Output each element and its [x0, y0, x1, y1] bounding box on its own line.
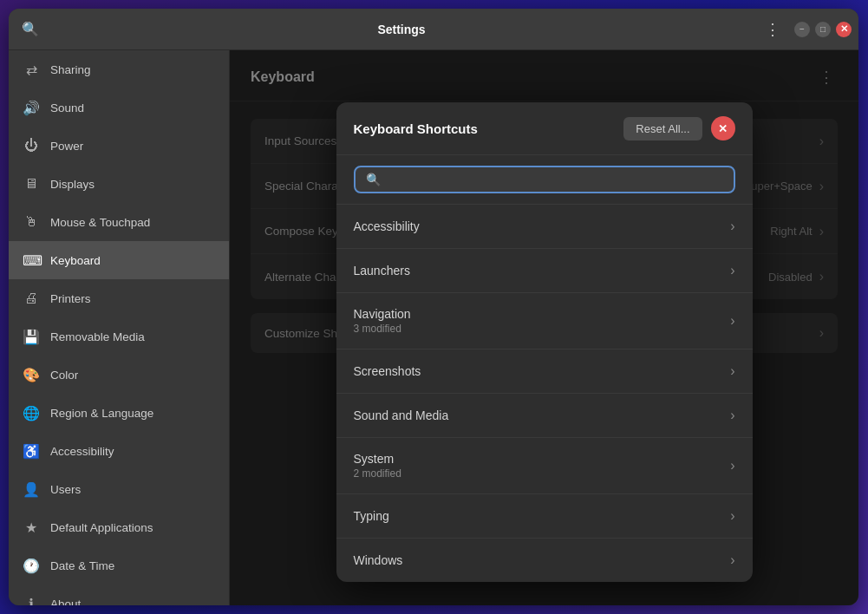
list-item-screenshots-left: Screenshots	[354, 364, 421, 378]
navigation-arrow-icon: ›	[730, 313, 734, 329]
displays-icon: 🖥	[23, 176, 40, 192]
accessibility-arrow-icon: ›	[730, 219, 734, 234]
menu-dots-icon: ⋮	[765, 20, 780, 39]
search-wrapper: 🔍	[354, 166, 735, 193]
windows-category-label: Windows	[354, 553, 403, 567]
printers-icon: 🖨	[23, 291, 40, 306]
window-body: ⇄ Sharing 🔊 Sound ⏻ Power 🖥 Displays 🖱 M…	[9, 50, 858, 605]
list-item-navigation[interactable]: Navigation 3 modified ›	[336, 293, 753, 349]
list-item-navigation-left: Navigation 3 modified	[354, 307, 411, 335]
sidebar-item-printers[interactable]: 🖨 Printers	[9, 279, 229, 317]
sidebar-item-label-printers: Printers	[50, 292, 91, 305]
about-icon: ℹ	[23, 596, 40, 606]
modal-actions: Reset All... ✕	[623, 116, 734, 140]
list-item-system[interactable]: System 2 modified ›	[336, 438, 753, 494]
shortcuts-category-list: Accessibility › Launchers ›	[336, 205, 753, 582]
sidebar-item-mouse-touchpad[interactable]: 🖱 Mouse & Touchpad	[9, 203, 229, 241]
list-item-accessibility-left: Accessibility	[354, 219, 420, 233]
reset-all-button[interactable]: Reset All...	[623, 117, 702, 140]
sidebar-item-users[interactable]: 👤 Users	[9, 470, 229, 508]
sidebar-item-label-about: About	[50, 598, 81, 606]
sidebar-item-sound[interactable]: 🔊 Sound	[9, 88, 229, 127]
sidebar-item-label-keyboard: Keyboard	[50, 254, 101, 267]
sidebar-item-default-applications[interactable]: ★ Default Applications	[9, 508, 229, 546]
typing-arrow-icon: ›	[730, 508, 734, 524]
list-item-accessibility[interactable]: Accessibility ›	[336, 205, 753, 249]
list-item-system-left: System 2 modified	[354, 452, 401, 480]
accessibility-icon: ♿	[23, 443, 40, 460]
maximize-button[interactable]: □	[815, 22, 831, 37]
system-arrow-icon: ›	[730, 458, 734, 474]
list-item-sound-media[interactable]: Sound and Media ›	[336, 394, 753, 438]
power-icon: ⏻	[23, 138, 40, 154]
sidebar-item-label-removable: Removable Media	[50, 330, 145, 343]
minimize-button[interactable]: −	[794, 22, 810, 37]
list-item-typing[interactable]: Typing ›	[336, 494, 753, 539]
list-item-sound-media-left: Sound and Media	[354, 408, 449, 422]
sound-media-arrow-icon: ›	[730, 408, 734, 423]
close-button[interactable]: ✕	[836, 22, 852, 37]
sidebar-item-region-language[interactable]: 🌐 Region & Language	[9, 394, 229, 432]
sidebar-item-keyboard[interactable]: ⌨ Keyboard	[9, 241, 229, 279]
sound-icon: 🔊	[23, 100, 40, 116]
modal-overlay: Keyboard Shortcuts Reset All... ✕ 🔍	[230, 50, 858, 605]
default-apps-icon: ★	[23, 519, 40, 536]
sidebar: ⇄ Sharing 🔊 Sound ⏻ Power 🖥 Displays 🖱 M…	[9, 50, 230, 605]
modal-close-icon: ✕	[718, 122, 728, 135]
keyboard-icon: ⌨	[23, 252, 40, 269]
sidebar-item-removable-media[interactable]: 💾 Removable Media	[9, 317, 229, 356]
list-item-screenshots[interactable]: Screenshots ›	[336, 349, 753, 394]
search-icon: 🔍	[366, 173, 381, 186]
sidebar-item-displays[interactable]: 🖥 Displays	[9, 165, 229, 203]
list-item-windows[interactable]: Windows ›	[336, 539, 753, 582]
list-item-typing-left: Typing	[354, 509, 389, 523]
modal-title: Keyboard Shortcuts	[354, 121, 478, 136]
header-bar: 🔍 Settings ⋮ − □ ✕	[9, 9, 858, 50]
color-icon: 🎨	[23, 367, 40, 383]
search-icon: 🔍	[22, 21, 39, 37]
sidebar-item-label-region: Region & Language	[50, 407, 153, 420]
mouse-icon: 🖱	[23, 214, 40, 230]
list-item-windows-left: Windows	[354, 553, 403, 567]
sound-media-category-label: Sound and Media	[354, 408, 449, 422]
list-item-launchers-left: Launchers	[354, 264, 410, 278]
header-title: Settings	[45, 23, 758, 36]
sidebar-item-accessibility[interactable]: ♿ Accessibility	[9, 432, 229, 470]
sidebar-item-about[interactable]: ℹ About	[9, 585, 229, 605]
list-item-launchers[interactable]: Launchers ›	[336, 249, 753, 293]
sharing-icon: ⇄	[23, 62, 40, 78]
window-controls: − □ ✕	[794, 22, 852, 37]
sidebar-item-label-datetime: Date & Time	[50, 559, 114, 572]
screenshots-category-label: Screenshots	[354, 364, 421, 378]
region-icon: 🌐	[23, 405, 40, 421]
sidebar-item-label-accessibility: Accessibility	[50, 445, 114, 458]
accessibility-category-label: Accessibility	[354, 219, 420, 233]
sidebar-item-label-default-apps: Default Applications	[50, 521, 153, 534]
sidebar-item-sharing[interactable]: ⇄ Sharing	[9, 50, 229, 88]
launchers-arrow-icon: ›	[730, 263, 734, 278]
sidebar-item-label-color: Color	[50, 369, 78, 382]
sidebar-item-label-power: Power	[50, 140, 83, 153]
modal-close-button[interactable]: ✕	[711, 116, 735, 140]
sidebar-item-label-users: Users	[50, 483, 81, 496]
removable-media-icon: 💾	[23, 329, 40, 345]
navigation-badge: 3 modified	[354, 323, 411, 335]
sidebar-item-date-time[interactable]: 🕐 Date & Time	[9, 546, 229, 585]
modal-search: 🔍	[336, 155, 753, 205]
keyboard-shortcuts-modal: Keyboard Shortcuts Reset All... ✕ 🔍	[336, 102, 753, 582]
datetime-icon: 🕐	[23, 558, 40, 574]
sidebar-item-label-sharing: Sharing	[50, 63, 91, 76]
sidebar-item-power[interactable]: ⏻ Power	[9, 127, 229, 165]
main-content: Keyboard ⋮ Input Sources › Special Chara…	[230, 50, 858, 605]
windows-arrow-icon: ›	[730, 552, 734, 568]
sidebar-item-label-mouse: Mouse & Touchpad	[50, 216, 150, 229]
typing-category-label: Typing	[354, 509, 389, 523]
modal-header: Keyboard Shortcuts Reset All... ✕	[336, 102, 753, 155]
search-input[interactable]	[388, 173, 723, 186]
sidebar-item-label-sound: Sound	[50, 101, 84, 114]
header-menu-button[interactable]: ⋮	[758, 15, 787, 44]
settings-window: 🔍 Settings ⋮ − □ ✕ ⇄ Sharing 🔊 Sound ⏻ P…	[9, 9, 858, 605]
sidebar-item-color[interactable]: 🎨 Color	[9, 356, 229, 394]
screenshots-arrow-icon: ›	[730, 363, 734, 379]
header-search-button[interactable]: 🔍	[16, 15, 45, 44]
